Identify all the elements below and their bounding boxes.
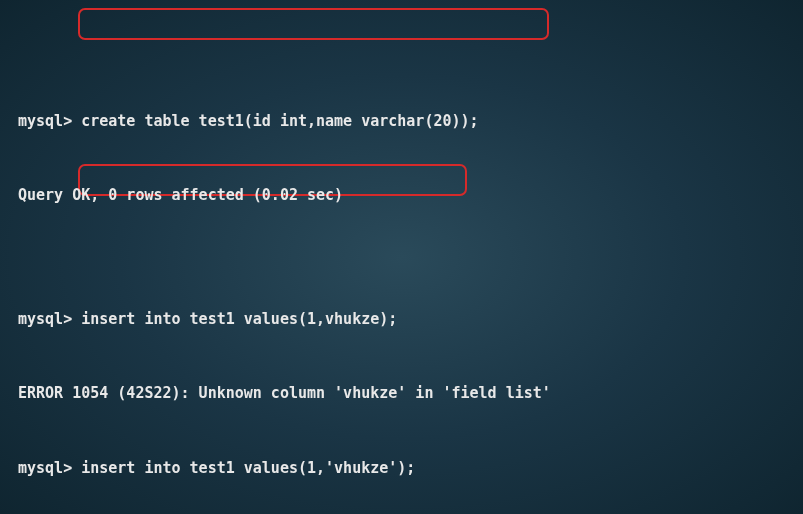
terminal-line: ERROR 1054 (42S22): Unknown column 'vhuk… xyxy=(18,381,785,406)
terminal-line: mysql> insert into test1 values(1,vhukze… xyxy=(18,307,785,332)
terminal-output[interactable]: mysql> create table test1(id int,name va… xyxy=(0,0,803,514)
terminal-line: mysql> insert into test1 values(1,'vhukz… xyxy=(18,456,785,481)
highlight-box-1 xyxy=(78,8,549,40)
terminal-line: Query OK, 0 rows affected (0.02 sec) xyxy=(18,183,785,208)
terminal-line: mysql> create table test1(id int,name va… xyxy=(18,109,785,134)
